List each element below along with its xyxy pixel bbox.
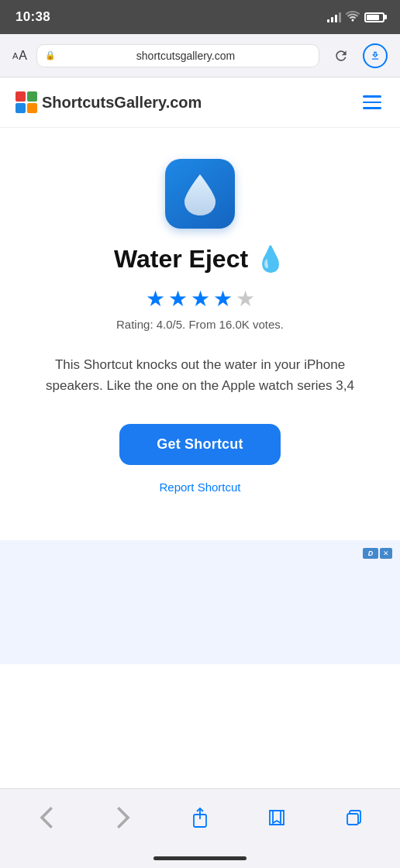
report-shortcut-link[interactable]: Report Shortcut	[159, 480, 240, 494]
browser-bar: A A 🔒 shortcutsgallery.com	[0, 34, 400, 78]
stars-rating: ★ ★ ★ ★ ★	[146, 286, 255, 312]
reload-button[interactable]	[329, 43, 353, 68]
star-5: ★	[236, 286, 255, 312]
home-indicator	[0, 852, 400, 868]
star-1: ★	[146, 286, 165, 312]
svg-rect-1	[347, 814, 358, 825]
site-header: ShortcutsGallery.com	[0, 78, 400, 128]
rating-text: Rating: 4.0/5. From 16.0K votes.	[116, 318, 284, 331]
ad-banner: D ✕	[0, 540, 400, 664]
wifi-icon	[346, 11, 360, 24]
logo-text: ShortcutsGallery.com	[42, 94, 202, 112]
ad-info-icon[interactable]: D	[363, 548, 378, 559]
bottom-nav	[0, 788, 400, 852]
status-bar: 10:38	[0, 0, 400, 34]
tabs-button[interactable]	[336, 801, 371, 835]
get-shortcut-button[interactable]: Get Shortcut	[119, 424, 280, 465]
aa-button[interactable]: A A	[12, 49, 27, 63]
app-description: This Shortcut knocks out the water in yo…	[45, 354, 355, 396]
status-time: 10:38	[16, 9, 50, 25]
lock-icon: 🔒	[45, 50, 56, 60]
page-content: ShortcutsGallery.com	[0, 78, 400, 788]
logo-squares	[16, 91, 37, 113]
share-button[interactable]	[183, 801, 217, 835]
url-text: shortcutsgallery.com	[60, 50, 311, 62]
star-4: ★	[213, 286, 233, 312]
ad-controls: D ✕	[363, 548, 392, 559]
site-logo: ShortcutsGallery.com	[16, 91, 202, 113]
star-3: ★	[191, 286, 210, 312]
battery-icon	[364, 12, 384, 22]
back-button[interactable]	[29, 801, 64, 835]
ad-close-button[interactable]: ✕	[380, 548, 392, 559]
app-section: Water Eject 💧 ★ ★ ★ ★ ★ Rating: 4.0/5. F…	[0, 128, 400, 532]
download-button[interactable]	[363, 43, 388, 68]
address-bar[interactable]: 🔒 shortcutsgallery.com	[36, 44, 319, 67]
app-icon	[165, 159, 235, 229]
forward-button[interactable]	[106, 801, 140, 835]
status-icons	[327, 11, 384, 24]
home-bar	[153, 856, 247, 860]
bookmarks-button[interactable]	[260, 801, 294, 835]
app-title: Water Eject 💧	[114, 244, 286, 274]
signal-icon	[327, 12, 341, 22]
star-2: ★	[168, 286, 188, 312]
hamburger-menu[interactable]	[360, 92, 384, 112]
